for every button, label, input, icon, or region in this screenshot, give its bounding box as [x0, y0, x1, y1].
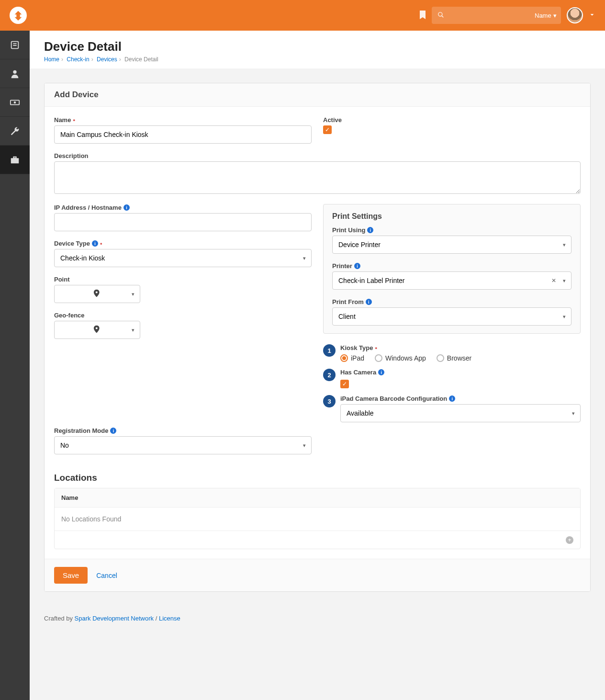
svg-rect-9 — [13, 157, 16, 158]
required-icon: • — [375, 344, 377, 351]
registration-mode-label: Registration Mode — [54, 427, 108, 434]
printer-select[interactable] — [332, 271, 571, 290]
search-input[interactable] — [449, 12, 530, 19]
barcode-config-label: iPad Camera Barcode Configuration — [340, 395, 447, 402]
callout-badge-3: 3 — [323, 395, 336, 407]
printer-label: Printer — [332, 262, 352, 270]
info-icon[interactable]: i — [449, 395, 455, 402]
active-checkbox[interactable]: ✓ — [323, 125, 332, 134]
radio-windows-label: Windows App — [385, 354, 426, 362]
bookmark-icon[interactable] — [419, 11, 426, 21]
svg-line-1 — [442, 15, 444, 17]
print-from-label: Print From — [332, 298, 364, 305]
ip-input[interactable] — [54, 213, 312, 231]
info-icon[interactable]: i — [354, 263, 360, 269]
print-using-label: Print Using — [332, 226, 365, 234]
callout-badge-1: 1 — [323, 344, 336, 357]
info-icon[interactable]: i — [123, 204, 130, 211]
nav-person-icon[interactable] — [0, 59, 30, 88]
has-camera-checkbox[interactable]: ✓ — [340, 380, 349, 388]
print-settings-panel: Print Settings Print Using i ▾ Pri — [323, 204, 581, 334]
info-icon[interactable]: i — [110, 428, 116, 434]
required-icon: • — [100, 240, 102, 247]
search-box[interactable]: Name ▾ — [432, 7, 561, 24]
point-label: Point — [54, 276, 70, 283]
radio-browser-label: Browser — [447, 354, 471, 362]
nav-wrench-icon[interactable] — [0, 117, 30, 146]
nav-book-icon[interactable] — [0, 31, 30, 59]
print-from-select[interactable] — [332, 307, 571, 326]
name-label: Name — [54, 116, 71, 124]
svg-point-5 — [13, 70, 16, 73]
nav-briefcase-icon[interactable] — [0, 146, 30, 174]
add-location-button[interactable]: + — [566, 536, 573, 544]
app-logo[interactable] — [10, 7, 27, 24]
info-icon[interactable]: i — [378, 369, 384, 375]
crumb-checkin[interactable]: Check-in — [67, 56, 89, 63]
nav-money-icon[interactable] — [0, 88, 30, 117]
info-icon[interactable]: i — [366, 299, 372, 305]
footer-prefix: Crafted by — [44, 615, 75, 622]
avatar[interactable] — [567, 7, 583, 23]
description-input[interactable] — [54, 161, 581, 194]
rock-logo-icon — [13, 10, 23, 21]
device-type-label: Device Type — [54, 240, 90, 247]
crumb-home[interactable]: Home — [44, 56, 59, 63]
map-pin-icon — [94, 326, 100, 335]
info-icon[interactable]: i — [92, 240, 98, 247]
device-panel: Add Device Name • Active ✓ — [44, 83, 591, 592]
crumb-current: Device Detail — [124, 56, 158, 63]
crumb-devices[interactable]: Devices — [97, 56, 117, 63]
has-camera-label: Has Camera — [340, 369, 376, 376]
search-icon — [437, 11, 444, 20]
page-title: Device Detail — [44, 39, 591, 54]
radio-windows[interactable]: Windows App — [375, 354, 426, 362]
callout-badge-2: 2 — [323, 369, 336, 381]
footer-sep: / — [154, 615, 159, 622]
device-type-select[interactable] — [54, 249, 312, 267]
ip-label: IP Address / Hostname — [54, 204, 122, 211]
locations-title: Locations — [54, 473, 581, 483]
clear-icon[interactable]: ✕ — [551, 277, 556, 284]
svg-point-0 — [438, 12, 442, 16]
caret-down-icon: ▾ — [553, 12, 557, 19]
print-settings-title: Print Settings — [332, 212, 571, 221]
name-input[interactable] — [54, 125, 312, 144]
footer-link-sdn[interactable]: Spark Development Network — [75, 615, 154, 622]
page-footer: Crafted by Spark Development Network / L… — [30, 606, 605, 631]
barcode-config-select[interactable] — [340, 404, 581, 422]
topbar: Name ▾ — [0, 0, 605, 31]
locations-empty: No Locations Found — [55, 508, 580, 531]
search-filter-button[interactable]: Name ▾ — [535, 12, 557, 19]
kiosk-type-label: Kiosk Type — [340, 344, 373, 351]
footer-link-license[interactable]: License — [159, 615, 180, 622]
svg-point-7 — [14, 101, 16, 103]
radio-ipad-label: iPad — [351, 354, 364, 362]
geofence-label: Geo-fence — [54, 312, 85, 319]
page-header: Device Detail Home› Check-in› Devices› D… — [30, 31, 605, 68]
side-nav — [0, 31, 30, 700]
radio-ipad[interactable]: iPad — [340, 354, 364, 362]
svg-rect-8 — [11, 158, 19, 163]
locations-table: Name No Locations Found + — [54, 488, 581, 549]
panel-title: Add Device — [45, 83, 590, 107]
required-icon: • — [73, 116, 75, 124]
cancel-button[interactable]: Cancel — [96, 572, 117, 579]
user-menu-chevron-icon[interactable] — [589, 11, 595, 20]
radio-browser[interactable]: Browser — [437, 354, 471, 362]
locations-col-name: Name — [55, 488, 580, 508]
registration-mode-select[interactable] — [54, 436, 312, 454]
save-button[interactable]: Save — [54, 567, 88, 584]
active-label: Active — [323, 116, 342, 124]
info-icon[interactable]: i — [367, 227, 373, 233]
search-filter-label: Name — [535, 12, 551, 19]
print-using-select[interactable] — [332, 236, 571, 254]
breadcrumb: Home› Check-in› Devices› Device Detail — [44, 56, 591, 63]
map-pin-icon — [94, 290, 100, 299]
description-label: Description — [54, 152, 89, 159]
